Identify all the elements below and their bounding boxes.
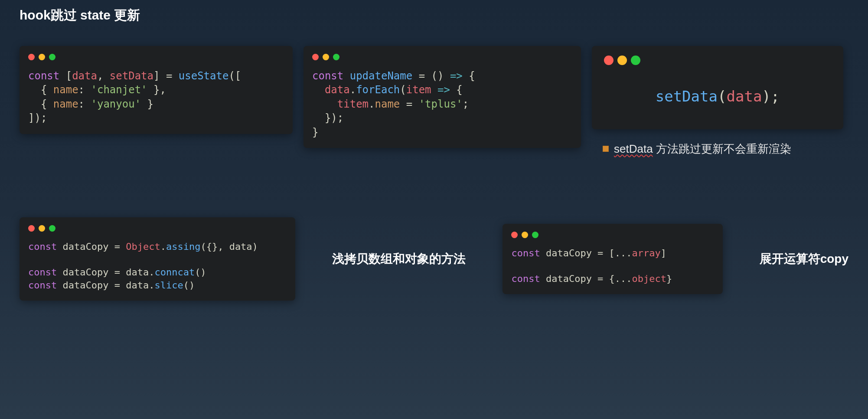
minimize-icon (323, 54, 329, 60)
minimize-icon (39, 225, 45, 232)
close-icon (28, 54, 35, 60)
code-block-setdata: setData(data); (592, 46, 843, 129)
code-content: const [data, setData] = useState([ { nam… (28, 69, 284, 125)
column-3: setData(data); setData 方法跳过更新不会重新渲染 (592, 46, 843, 157)
window-controls (28, 225, 287, 232)
minimize-icon (617, 56, 627, 65)
window-controls (604, 56, 831, 65)
minimize-icon (39, 54, 45, 60)
code-block-usestate: const [data, setData] = useState([ { nam… (20, 46, 293, 134)
code-content: const dataCopy = Object.assing({}, data)… (28, 240, 287, 292)
maximize-icon (49, 225, 55, 232)
bullet-icon (603, 146, 609, 152)
page-title: hook跳过 state 更新 (20, 7, 848, 24)
close-icon (28, 225, 35, 232)
label-shallow-copy: 浅拷贝数组和对象的方法 (332, 251, 466, 267)
close-icon (511, 232, 518, 238)
maximize-icon (49, 54, 55, 60)
window-controls (312, 54, 572, 60)
window-controls (28, 54, 284, 60)
maximize-icon (532, 232, 538, 238)
row-1: const [data, setData] = useState([ { nam… (20, 46, 848, 157)
note-text: setData 方法跳过更新不会重新渲染 (614, 141, 791, 157)
minimize-icon (522, 232, 528, 238)
code-content: const updateName = () => { data.forEach(… (312, 69, 572, 139)
window-controls (511, 232, 714, 238)
code-block-spread: const dataCopy = [...array] const dataCo… (503, 224, 722, 294)
note-setdata-skip: setData 方法跳过更新不会重新渲染 (603, 141, 843, 157)
close-icon (312, 54, 319, 60)
code-block-updatename: const updateName = () => { data.forEach(… (303, 46, 581, 148)
row-2: const dataCopy = Object.assing({}, data)… (20, 217, 848, 301)
label-spread: 展开运算符copy (760, 251, 848, 267)
code-content: const dataCopy = [...array] const dataCo… (511, 247, 714, 285)
code-content: setData(data); (604, 78, 831, 120)
maximize-icon (333, 54, 339, 60)
close-icon (604, 56, 613, 65)
code-block-shallow-copy: const dataCopy = Object.assing({}, data)… (20, 217, 295, 301)
maximize-icon (631, 56, 640, 65)
